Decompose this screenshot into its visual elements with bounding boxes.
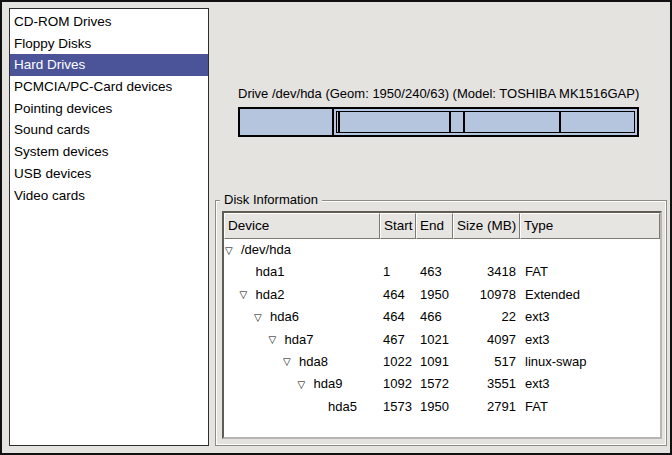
partition-divider-hda9: [559, 112, 561, 132]
table-row-hda8[interactable]: ▽hda810221091517linux-swap: [224, 351, 660, 373]
partition-segment-hda1: [240, 109, 334, 135]
expander-open-icon[interactable]: ▽: [239, 284, 248, 306]
sidebar-item-system-devices[interactable]: System devices: [10, 141, 208, 163]
expander-slot: ▽: [239, 284, 256, 306]
expander-slot: ▽: [268, 329, 285, 351]
column-header-end[interactable]: End: [416, 213, 453, 239]
sidebar-item-usb-devices[interactable]: USB devices: [10, 163, 208, 185]
end-value: 1021: [416, 329, 453, 351]
start-value: 1: [380, 261, 416, 283]
expander-slot: ▽: [253, 306, 270, 328]
sidebar-item-pcmcia-pc-card-devices[interactable]: PCMCIA/PC-Card devices: [10, 76, 208, 98]
disk-table-header: DeviceStartEndSize (MB)Type: [224, 213, 660, 239]
end-value: 1572: [416, 373, 453, 395]
expander-slot: ▽: [297, 373, 314, 395]
disk-table-body: ▽/dev/hdahda114633418FAT▽hda246419501097…: [224, 239, 660, 418]
size-value: 4097: [453, 329, 520, 351]
column-header-size-mb[interactable]: Size (MB): [453, 213, 520, 239]
end-value: 1091: [416, 351, 453, 373]
sidebar-item-video-cards[interactable]: Video cards: [10, 185, 208, 207]
device-category-list: CD-ROM DrivesFloppy DisksHard DrivesPCMC…: [9, 8, 209, 446]
type-value: FAT: [520, 396, 660, 418]
table-row-hda6[interactable]: ▽hda646446622ext3: [224, 306, 660, 328]
start-value: 467: [380, 329, 416, 351]
expander-slot: ▽: [224, 239, 241, 261]
size-value: [453, 239, 520, 261]
end-value: 1950: [416, 284, 453, 306]
device-label: hda5: [328, 396, 357, 418]
table-row-hda7[interactable]: ▽hda746710214097ext3: [224, 329, 660, 351]
sidebar-item-sound-cards[interactable]: Sound cards: [10, 119, 208, 141]
partition-bar: [238, 107, 639, 137]
hardware-browser-window: CD-ROM DrivesFloppy DisksHard DrivesPCMC…: [0, 0, 672, 455]
device-label: hda2: [256, 284, 285, 306]
device-label: hda8: [299, 351, 328, 373]
sidebar-item-hard-drives[interactable]: Hard Drives: [10, 54, 208, 76]
start-value: 1573: [380, 396, 416, 418]
device-label: /dev/hda: [241, 239, 291, 261]
expander-open-icon[interactable]: ▽: [224, 240, 233, 262]
expander-slot: ▽: [282, 351, 299, 373]
partition-divider-hda6: [338, 112, 340, 132]
size-value: 3418: [453, 261, 520, 283]
type-value: [520, 239, 660, 261]
partition-divider-hda8: [463, 112, 465, 132]
end-value: 1950: [416, 396, 453, 418]
column-header-device[interactable]: Device: [224, 213, 380, 239]
size-value: 3551: [453, 373, 520, 395]
sidebar-item-cd-rom-drives[interactable]: CD-ROM Drives: [10, 11, 208, 33]
table-row-dev-hda[interactable]: ▽/dev/hda: [224, 239, 660, 261]
partition-divider-hda7: [449, 112, 451, 132]
device-label: hda7: [285, 329, 314, 351]
column-header-start[interactable]: Start: [380, 213, 416, 239]
sidebar-item-pointing-devices[interactable]: Pointing devices: [10, 98, 208, 120]
drive-title: Drive /dev/hda (Geom: 1950/240/63) (Mode…: [238, 86, 639, 101]
start-value: 1022: [380, 351, 416, 373]
table-row-hda2[interactable]: ▽hda2464195010978Extended: [224, 284, 660, 306]
column-header-type[interactable]: Type: [520, 213, 660, 239]
type-value: linux-swap: [520, 351, 660, 373]
start-value: 464: [380, 284, 416, 306]
table-row-hda9[interactable]: ▽hda9109215723551ext3: [224, 373, 660, 395]
logical-partitions-box: [336, 111, 635, 133]
size-value: 22: [453, 306, 520, 328]
type-value: FAT: [520, 261, 660, 283]
start-value: 1092: [380, 373, 416, 395]
size-value: 517: [453, 351, 520, 373]
type-value: ext3: [520, 329, 660, 351]
sidebar-item-floppy-disks[interactable]: Floppy Disks: [10, 33, 208, 55]
expander-open-icon[interactable]: ▽: [297, 374, 306, 396]
type-value: ext3: [520, 373, 660, 395]
size-value: 2791: [453, 396, 520, 418]
disk-information-title: Disk Information: [220, 192, 322, 208]
expander-open-icon[interactable]: ▽: [268, 329, 277, 351]
partition-segment-hda2-extended: [334, 109, 637, 135]
start-value: 464: [380, 306, 416, 328]
end-value: 463: [416, 261, 453, 283]
type-value: Extended: [520, 284, 660, 306]
size-value: 10978: [453, 284, 520, 306]
expander-open-icon[interactable]: ▽: [253, 307, 262, 329]
disk-information-groupbox: Disk Information DeviceStartEndSize (MB)…: [215, 200, 667, 446]
device-label: hda9: [314, 373, 343, 395]
end-value: [416, 239, 453, 261]
expander-open-icon[interactable]: ▽: [282, 351, 291, 373]
device-label: hda6: [270, 306, 299, 328]
type-value: ext3: [520, 306, 660, 328]
table-row-hda5[interactable]: hda5157319502791FAT: [224, 396, 660, 418]
start-value: [380, 239, 416, 261]
device-label: hda1: [256, 261, 285, 283]
table-row-hda1[interactable]: hda114633418FAT: [224, 261, 660, 283]
end-value: 466: [416, 306, 453, 328]
disk-table: DeviceStartEndSize (MB)Type ▽/dev/hdahda…: [222, 211, 662, 439]
